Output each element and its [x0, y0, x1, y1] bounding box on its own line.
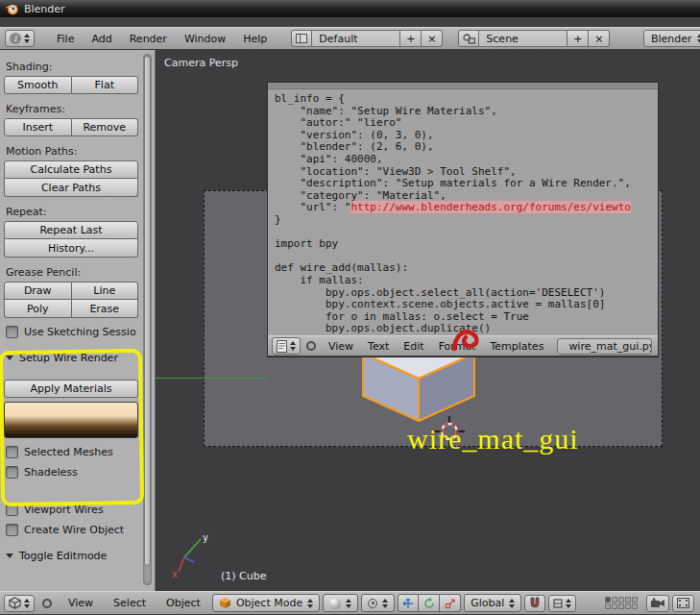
menu-file[interactable]: File: [48, 33, 83, 45]
repeat-last-button[interactable]: Repeat Last: [4, 221, 138, 239]
scene-delete-button[interactable]: ×: [589, 30, 610, 47]
mini-axis-gizmo: y x: [169, 529, 213, 578]
clear-paths-button[interactable]: Clear Paths: [4, 179, 138, 197]
chevron-updown-icon: [697, 34, 700, 43]
manipulator-rotate-button[interactable]: [419, 594, 440, 612]
chevron-updown-icon: [566, 599, 571, 608]
editor-menu-edit[interactable]: Edit: [397, 340, 430, 353]
mode-selector[interactable]: Object Mode: [212, 594, 320, 612]
toolshelf-scrollbar: [143, 54, 152, 585]
layers-widget[interactable]: [605, 597, 638, 609]
title-bar: Blender: [0, 0, 700, 17]
shadeless-checkbox-row[interactable]: Shadeless: [6, 466, 138, 479]
orientation-selector[interactable]: Global: [464, 594, 521, 612]
gp-poly-button[interactable]: Poly: [4, 300, 72, 318]
manipulator-scale-button[interactable]: [440, 594, 461, 612]
selected-meshes-checkbox-row[interactable]: Selected Meshes: [6, 446, 138, 458]
film-strip-icon: [677, 598, 689, 608]
layer-cell: [612, 603, 617, 609]
grease-pencil-label: Grease Pencil:: [6, 266, 138, 279]
apply-materials-button[interactable]: Apply Materials: [4, 380, 138, 398]
engine-name: Blender: [651, 33, 692, 45]
rotate-icon: [423, 598, 435, 609]
snap-element-selector[interactable]: [548, 595, 576, 612]
selected-meshes-label: Selected Meshes: [24, 446, 113, 458]
shading-label: Shading:: [6, 61, 138, 73]
code-url-highlight: http://www.blenderheads.org/forums/es/vi…: [350, 201, 630, 213]
blender-logo-icon: [5, 2, 18, 15]
shading-sphere-icon: [329, 598, 341, 609]
checkbox-icon: [6, 504, 18, 516]
insert-keyframe-button[interactable]: Insert: [4, 118, 72, 136]
collapse-menus-icon[interactable]: [306, 341, 316, 351]
triangle-down-icon: [6, 554, 13, 558]
magnet-icon: [529, 597, 541, 609]
chevron-updown-icon: [509, 599, 515, 608]
editor-type-3dview-button[interactable]: [4, 595, 35, 612]
editor-menu-templates[interactable]: Templates: [483, 340, 550, 353]
create-wire-object-checkbox-row[interactable]: Create Wire Object: [6, 524, 138, 536]
layout-add-button[interactable]: +: [400, 30, 422, 47]
setup-wire-render-panel-header[interactable]: Setup Wire Render: [6, 352, 138, 364]
text-datablock-field[interactable]: wire_mat_gui.py: [557, 338, 652, 355]
object-menu[interactable]: Object: [157, 597, 209, 609]
viewport-shading-selector[interactable]: [323, 594, 358, 612]
render-engine-selector[interactable]: Blender: [643, 30, 700, 47]
view-name-label: Camera Persp: [164, 57, 238, 69]
render-opengl-anim-button[interactable]: [672, 595, 694, 612]
window-title: Blender: [24, 3, 65, 15]
editor-type-info-button[interactable]: i: [5, 30, 35, 47]
editor-type-text-button[interactable]: [272, 337, 301, 355]
mode-label: Object Mode: [236, 597, 302, 609]
pivot-point-selector[interactable]: [361, 594, 395, 612]
viewport-3d[interactable]: Camera Persp wire_mat_gui y x (1) Cube: [156, 50, 700, 591]
color-ramp-preview[interactable]: [4, 402, 138, 438]
menu-render[interactable]: Render: [121, 33, 176, 45]
snap-toggle-button[interactable]: [524, 595, 545, 612]
code-area[interactable]: bl_info = { "name": "Setup Wire Material…: [268, 89, 658, 335]
menu-add[interactable]: Add: [83, 33, 120, 45]
editor-menu-view[interactable]: View: [322, 340, 360, 353]
flat-button[interactable]: Flat: [72, 76, 139, 94]
layer-cell: [618, 597, 624, 603]
view-menu[interactable]: View: [60, 597, 102, 609]
yellow-text-annotation: wire_mat_gui: [407, 423, 579, 455]
3d-view-icon: [9, 597, 21, 609]
manipulator-translate-button[interactable]: [398, 594, 419, 612]
gp-erase-button[interactable]: Erase: [72, 300, 139, 318]
scale-icon: [445, 598, 456, 609]
calculate-paths-button[interactable]: Calculate Paths: [4, 160, 138, 179]
history-button[interactable]: History...: [4, 239, 138, 258]
menu-window[interactable]: Window: [176, 33, 234, 45]
menu-help[interactable]: Help: [234, 33, 276, 45]
object-mode-cube-icon: [219, 597, 231, 609]
editor-menu-text[interactable]: Text: [361, 340, 396, 353]
triangle-down-icon: [6, 356, 13, 360]
viewport-wires-checkbox-row[interactable]: Viewport Wires: [6, 504, 138, 516]
gp-line-button[interactable]: Line: [72, 282, 139, 300]
layout-name-field[interactable]: Default: [312, 30, 400, 47]
layer-cell: [632, 603, 638, 609]
chevron-updown-icon: [24, 599, 30, 608]
grid-y-axis-line: [156, 378, 268, 379]
scene-add-button[interactable]: +: [567, 30, 589, 47]
layout-browse-button[interactable]: [291, 30, 312, 47]
chevron-updown-icon: [307, 599, 313, 608]
code-before-url: bl_info = { "name": "Setup Wire Material…: [275, 92, 631, 213]
blender-window: Blender i File Add Render Window Help De…: [0, 0, 700, 615]
smooth-button[interactable]: Smooth: [4, 76, 72, 94]
collapse-menus-icon[interactable]: [42, 599, 52, 608]
scene-browse-button[interactable]: [458, 30, 479, 47]
scene-icon: [463, 34, 475, 44]
remove-keyframe-button[interactable]: Remove: [72, 118, 139, 136]
gp-draw-button[interactable]: Draw: [4, 282, 72, 300]
checkbox-icon: [6, 446, 18, 458]
layout-delete-button[interactable]: ×: [422, 30, 443, 47]
scene-name-field[interactable]: Scene: [479, 30, 567, 47]
render-opengl-button[interactable]: [646, 595, 669, 612]
scrollbar-thumb[interactable]: [144, 56, 151, 566]
layer-cell: [625, 603, 631, 609]
use-sketching-checkbox-row[interactable]: Use Sketching Sessio: [6, 326, 138, 338]
select-menu[interactable]: Select: [105, 597, 155, 609]
toggle-editmode-panel-header[interactable]: Toggle Editmode: [6, 550, 138, 562]
